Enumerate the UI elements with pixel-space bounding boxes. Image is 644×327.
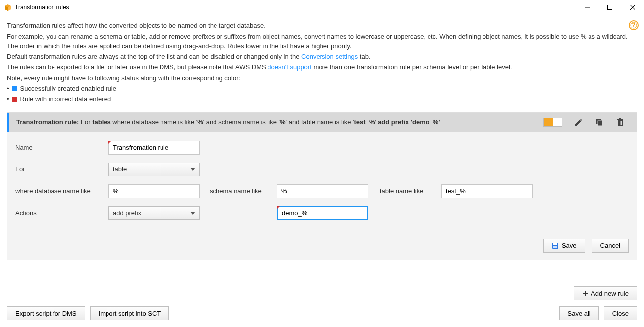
help-icon[interactable]: ? xyxy=(628,20,639,32)
rule-form: Name For table where database name like … xyxy=(7,132,637,234)
intro-text: Transformation rules affect how the conv… xyxy=(7,21,637,105)
status-swatch-red xyxy=(12,97,17,102)
svg-rect-4 xyxy=(608,5,612,10)
intro-line3: Default transformation rules are always … xyxy=(7,52,637,62)
label-schema-name: schema name like xyxy=(210,187,277,195)
app-icon xyxy=(4,3,12,11)
status-bullet-incorrect: •Rule with incorrect data entered xyxy=(7,94,637,105)
save-button[interactable]: Save xyxy=(543,239,585,253)
rule-header: Transfromation rule: For tables where da… xyxy=(7,113,637,132)
label-table-name: table name like xyxy=(380,187,441,195)
label-actions: Actions xyxy=(15,209,108,217)
table-name-input[interactable] xyxy=(441,184,533,198)
delete-icon[interactable] xyxy=(616,118,625,127)
svg-rect-11 xyxy=(598,120,602,126)
label-database-name: where database name like xyxy=(15,187,108,195)
status-swatch-blue xyxy=(12,86,17,91)
for-select[interactable]: table xyxy=(108,163,200,176)
chevron-down-icon xyxy=(190,168,195,171)
status-bullet-enabled: •Successfully created enabled rule xyxy=(7,84,637,94)
label-name: Name xyxy=(15,144,108,151)
maximize-button[interactable] xyxy=(598,0,621,15)
action-argument-input[interactable] xyxy=(277,206,368,220)
close-button[interactable]: Close xyxy=(604,306,637,320)
cancel-button[interactable]: Cancel xyxy=(592,239,629,253)
conversion-settings-link[interactable]: Conversion settings xyxy=(301,53,358,60)
add-new-rule-button[interactable]: Add new rule xyxy=(574,286,637,300)
rule-panel: Transfromation rule: For tables where da… xyxy=(7,112,637,260)
rule-enable-toggle[interactable] xyxy=(543,118,562,127)
svg-rect-21 xyxy=(553,243,557,245)
rule-header-text: Transfromation rule: For tables where da… xyxy=(16,118,543,126)
label-for: For xyxy=(15,165,108,173)
intro-line5: Note, every rule might have to following… xyxy=(7,73,637,83)
svg-rect-14 xyxy=(619,118,621,119)
svg-rect-13 xyxy=(617,119,623,120)
minimize-button[interactable] xyxy=(576,0,598,15)
svg-rect-22 xyxy=(553,246,557,248)
database-name-input[interactable] xyxy=(108,184,200,198)
intro-line4: The rules can be exported to a file for … xyxy=(7,62,637,72)
actions-select[interactable]: add prefix xyxy=(108,206,200,220)
content: ? Transformation rules affect how the co… xyxy=(0,15,644,327)
window-title: Transformation rules xyxy=(15,4,69,11)
save-icon xyxy=(552,242,559,249)
export-script-dms-button[interactable]: Export script for DMS xyxy=(7,306,85,320)
titlebar: Transformation rules xyxy=(0,0,644,15)
chevron-down-icon xyxy=(190,212,195,215)
plus-icon xyxy=(582,290,588,296)
intro-line2: For example, you can rename a schema or … xyxy=(7,32,637,51)
svg-marker-19 xyxy=(190,212,195,215)
intro-line1: Transformation rules affect how the conv… xyxy=(7,21,637,31)
copy-icon[interactable] xyxy=(595,118,604,127)
edit-icon[interactable] xyxy=(574,118,583,127)
svg-marker-18 xyxy=(190,168,195,171)
doesnt-support-link[interactable]: doesn't support xyxy=(268,63,312,71)
import-script-sct-button[interactable]: Import script into SCT xyxy=(90,306,169,320)
schema-name-input[interactable] xyxy=(277,184,368,198)
save-all-button[interactable]: Save all xyxy=(559,306,599,320)
name-input[interactable] xyxy=(108,141,200,155)
close-window-button[interactable] xyxy=(621,0,644,15)
